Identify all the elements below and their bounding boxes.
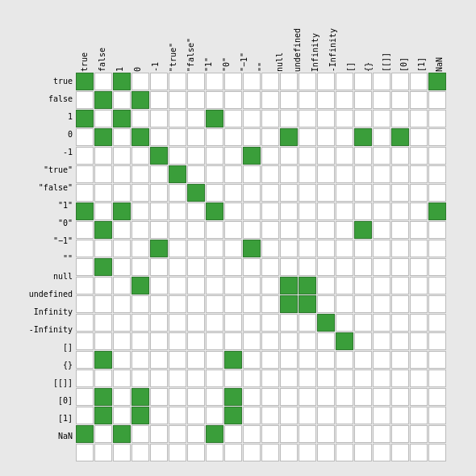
cell [336, 203, 353, 220]
cell [150, 444, 168, 461]
matrix-wrapper: truefalse10-1"true""false""1""0""−1"""nu… [28, 73, 448, 462]
row-label: [] [28, 339, 75, 357]
cell [113, 184, 131, 202]
col-label-wrapper: NaN [430, 15, 448, 73]
cell [317, 165, 335, 183]
cell [224, 277, 242, 294]
cell [132, 295, 149, 313]
cell [391, 277, 409, 294]
col-label-wrapper: {} [359, 15, 377, 73]
col-label: undefined [293, 28, 302, 72]
cell [391, 351, 409, 369]
cell [224, 184, 242, 202]
cell [169, 370, 186, 387]
cell [373, 314, 390, 332]
cell [150, 351, 168, 369]
cell [354, 314, 372, 332]
cell [299, 444, 316, 461]
cell [113, 128, 131, 146]
col-label: "0" [222, 57, 231, 72]
cell [336, 240, 353, 257]
cell [410, 91, 428, 109]
cell [169, 165, 186, 183]
cell [243, 425, 261, 443]
cell [132, 240, 149, 257]
cell [354, 240, 372, 257]
cell [280, 147, 298, 165]
table-row [75, 277, 446, 295]
cell [187, 407, 205, 424]
row-label: true [28, 73, 75, 90]
cell [187, 351, 205, 369]
cell [132, 370, 149, 387]
cell [132, 444, 149, 461]
cell [76, 388, 94, 406]
cell [354, 444, 372, 461]
table-row [75, 425, 446, 444]
col-label-wrapper: [] [341, 15, 359, 73]
cell [428, 165, 446, 183]
cell [150, 240, 168, 257]
cell [391, 370, 409, 387]
cell [94, 147, 112, 165]
cell [373, 444, 390, 461]
cell [169, 388, 186, 406]
cell [206, 351, 223, 369]
cell [150, 332, 168, 350]
cell [261, 370, 279, 387]
cell [94, 388, 112, 406]
cell [280, 91, 298, 109]
cell [428, 295, 446, 313]
cell [299, 314, 316, 332]
col-label-wrapper: "true" [164, 15, 182, 73]
cell [354, 128, 372, 146]
cell [317, 91, 335, 109]
cell [113, 277, 131, 294]
cell [169, 203, 186, 220]
cell [132, 147, 149, 165]
cell [391, 240, 409, 257]
cell [206, 444, 223, 461]
cell [132, 73, 149, 90]
cell [243, 91, 261, 109]
col-label-wrapper: "0" [217, 15, 235, 73]
cell [187, 370, 205, 387]
cell [410, 165, 428, 183]
cell [76, 73, 94, 90]
cell [373, 147, 390, 165]
cell [169, 73, 186, 90]
cell [410, 407, 428, 424]
cell [187, 388, 205, 406]
row-label: NaN [28, 428, 75, 445]
cell [336, 332, 353, 350]
table-row [75, 184, 446, 203]
cell [224, 165, 242, 183]
row-label: 0 [28, 126, 75, 144]
cell [243, 73, 261, 90]
cell [132, 128, 149, 146]
cell [354, 203, 372, 220]
cell [113, 91, 131, 109]
cell [150, 425, 168, 443]
cell [373, 388, 390, 406]
col-label: -1 [151, 62, 160, 72]
cell [169, 425, 186, 443]
table-row [75, 203, 446, 221]
cell [76, 407, 94, 424]
cell [206, 110, 223, 127]
cell [150, 277, 168, 294]
row-label: "0" [28, 215, 75, 232]
cell [261, 295, 279, 313]
cell [280, 73, 298, 90]
cell [224, 444, 242, 461]
cell [354, 91, 372, 109]
cell [243, 332, 261, 350]
cell [150, 203, 168, 220]
cell [336, 110, 353, 127]
cell [169, 147, 186, 165]
cell [187, 314, 205, 332]
cell [391, 165, 409, 183]
cell [113, 147, 131, 165]
cell [206, 370, 223, 387]
cell [373, 295, 390, 313]
